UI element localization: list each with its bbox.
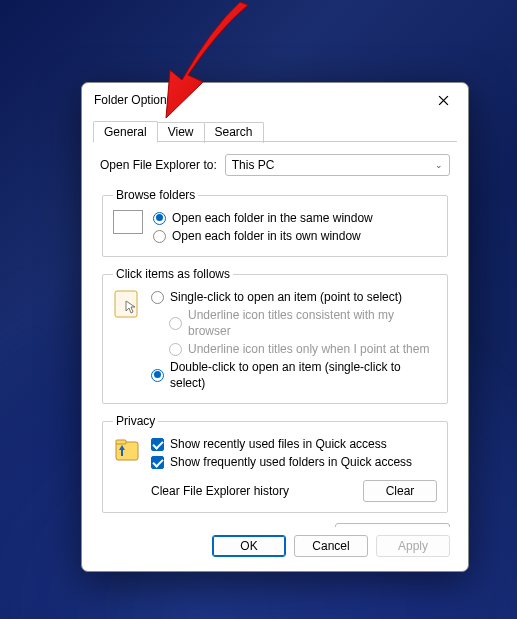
- radio-icon: [151, 291, 164, 304]
- radio-own-window[interactable]: Open each folder in its own window: [153, 228, 437, 244]
- click-cursor-icon: [113, 289, 141, 319]
- folder-options-dialog: Folder Options General View Search Open …: [81, 82, 469, 572]
- chevron-down-icon: ⌄: [435, 160, 443, 170]
- browse-folders-group: Browse folders Open each folder in the s…: [102, 188, 448, 257]
- browse-thumb-icon: [113, 210, 143, 234]
- clear-history-label: Clear File Explorer history: [151, 484, 363, 498]
- check-recent-files[interactable]: Show recently used files in Quick access: [151, 436, 437, 452]
- window-title: Folder Options: [94, 93, 426, 107]
- svg-rect-1: [116, 442, 138, 460]
- open-explorer-label: Open File Explorer to:: [100, 158, 217, 172]
- open-explorer-select[interactable]: This PC ⌄: [225, 154, 450, 176]
- radio-icon: [153, 230, 166, 243]
- radio-icon: [169, 343, 182, 356]
- clear-button[interactable]: Clear: [363, 480, 437, 502]
- browse-folders-legend: Browse folders: [113, 188, 198, 202]
- privacy-legend: Privacy: [113, 414, 158, 428]
- titlebar: Folder Options: [82, 83, 468, 117]
- apply-button: Apply: [376, 535, 450, 557]
- ok-button[interactable]: OK: [212, 535, 286, 557]
- tab-general[interactable]: General: [93, 121, 158, 143]
- check-frequent-folders[interactable]: Show frequently used folders in Quick ac…: [151, 454, 437, 470]
- tab-view[interactable]: View: [157, 122, 205, 143]
- dialog-footer: OK Cancel Apply: [82, 527, 468, 571]
- radio-double-click[interactable]: Double-click to open an item (single-cli…: [151, 359, 437, 391]
- radio-icon: [151, 369, 164, 382]
- tab-content: Open File Explorer to: This PC ⌄ Browse …: [82, 142, 468, 527]
- radio-icon: [153, 212, 166, 225]
- privacy-group: Privacy Show recently used files in Quic…: [102, 414, 448, 513]
- radio-single-click[interactable]: Single-click to open an item (point to s…: [151, 289, 437, 305]
- open-explorer-value: This PC: [232, 158, 275, 172]
- checkbox-icon: [151, 438, 164, 451]
- radio-same-window[interactable]: Open each folder in the same window: [153, 210, 437, 226]
- quick-access-icon: [113, 436, 141, 466]
- radio-icon: [169, 317, 182, 330]
- tab-search[interactable]: Search: [204, 122, 264, 143]
- close-button[interactable]: [426, 87, 460, 113]
- close-icon: [438, 95, 449, 106]
- click-items-group: Click items as follows Single-click to o…: [102, 267, 448, 404]
- cancel-button[interactable]: Cancel: [294, 535, 368, 557]
- radio-underline-browser: Underline icon titles consistent with my…: [169, 307, 437, 339]
- svg-rect-2: [116, 440, 126, 444]
- checkbox-icon: [151, 456, 164, 469]
- click-items-legend: Click items as follows: [113, 267, 233, 281]
- radio-underline-point: Underline icon titles only when I point …: [169, 341, 437, 357]
- tab-strip: General View Search: [82, 121, 468, 142]
